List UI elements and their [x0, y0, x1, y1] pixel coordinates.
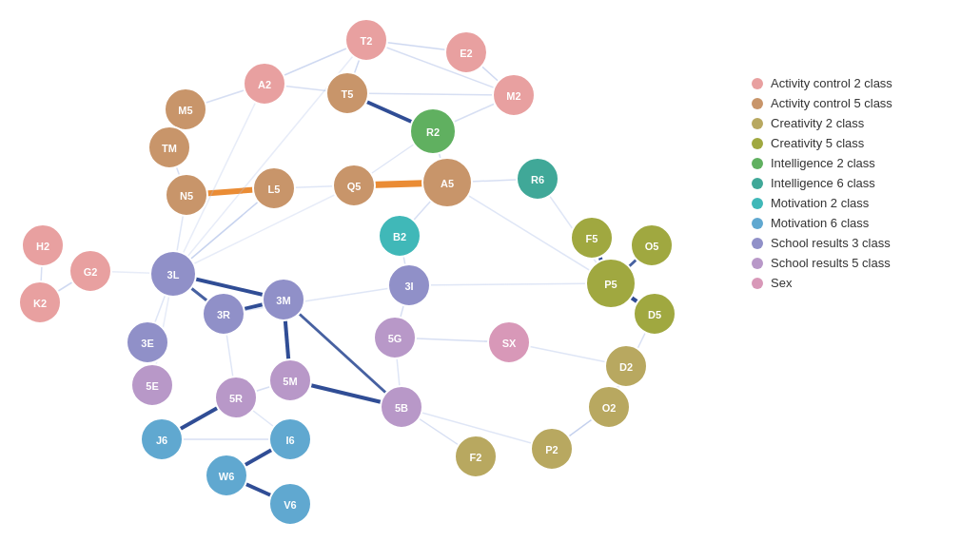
- graph-node[interactable]: D2: [605, 345, 647, 387]
- graph-node[interactable]: A2: [244, 63, 285, 105]
- node-label: Q5: [347, 181, 362, 192]
- node-label: G2: [84, 266, 98, 278]
- graph-node[interactable]: K2: [19, 281, 61, 323]
- graph-node[interactable]: T5: [326, 72, 368, 114]
- legend-item: School results 5 class: [752, 256, 970, 270]
- graph-node[interactable]: N5: [166, 174, 207, 216]
- graph-edge: [409, 283, 611, 285]
- node-label: E2: [460, 48, 472, 59]
- legend-item: Motivation 6 class: [752, 216, 970, 230]
- graph-node[interactable]: J6: [141, 418, 183, 460]
- graph-node[interactable]: L5: [253, 167, 295, 209]
- node-label: D5: [648, 309, 661, 320]
- node-label: T5: [342, 88, 354, 100]
- graph-node[interactable]: B2: [379, 215, 421, 257]
- node-label: L5: [268, 184, 281, 195]
- graph-node[interactable]: H2: [22, 224, 64, 266]
- node-label: 3R: [217, 309, 230, 320]
- legend-area: Activity control 2 classActivity control…: [752, 76, 970, 296]
- graph-node[interactable]: O5: [631, 224, 673, 266]
- node-label: O5: [645, 241, 659, 252]
- node-label: W6: [219, 471, 235, 482]
- node-label: I6: [285, 435, 294, 446]
- graph-node[interactable]: M2: [493, 74, 535, 116]
- graph-node[interactable]: P2: [531, 428, 573, 470]
- legend-color-dot: [752, 158, 763, 169]
- node-label: P2: [545, 444, 558, 455]
- graph-node[interactable]: V6: [269, 483, 311, 525]
- graph-node[interactable]: M5: [165, 88, 206, 130]
- graph-node[interactable]: R2: [410, 108, 456, 154]
- node-label: N5: [180, 190, 193, 202]
- graph-node[interactable]: SX: [488, 321, 530, 363]
- legend-item: School results 3 class: [752, 236, 970, 250]
- legend-color-dot: [752, 198, 763, 209]
- legend-label: Intelligence 6 class: [771, 176, 875, 190]
- node-label: 5G: [388, 333, 402, 344]
- node-label: SX: [502, 338, 517, 349]
- graph-area: T2E2A2M5T5M2TMR2N5L5Q5A5R6H2G2K2B23L3M3R…: [0, 0, 742, 542]
- graph-node[interactable]: 3R: [203, 293, 245, 335]
- graph-node[interactable]: 5R: [215, 377, 257, 418]
- graph-node[interactable]: 5G: [374, 317, 416, 358]
- graph-node[interactable]: 3I: [388, 264, 430, 306]
- legend-item: Creativity 2 class: [752, 116, 970, 130]
- legend-item: Creativity 5 class: [752, 136, 970, 150]
- graph-node[interactable]: 3M: [263, 279, 304, 320]
- legend-item: Activity control 5 class: [752, 96, 970, 110]
- legend-color-dot: [752, 78, 763, 89]
- graph-node[interactable]: G2: [69, 250, 111, 292]
- graph-node[interactable]: 5B: [381, 386, 422, 428]
- graph-node[interactable]: R6: [517, 158, 559, 200]
- legend-item: Intelligence 6 class: [752, 176, 970, 190]
- legend-color-dot: [752, 218, 763, 229]
- graph-node[interactable]: P5: [586, 259, 636, 308]
- legend-label: Sex: [771, 276, 792, 290]
- node-label: P5: [604, 279, 617, 290]
- legend-color-dot: [752, 138, 763, 149]
- legend-color-dot: [752, 118, 763, 129]
- graph-node[interactable]: F2: [455, 436, 497, 477]
- node-label: 5B: [395, 402, 408, 414]
- node-label: F5: [586, 233, 598, 244]
- node-label: A2: [258, 79, 271, 90]
- legend-item: Sex: [752, 276, 970, 290]
- legend-label: School results 3 class: [771, 236, 891, 250]
- node-label: V6: [284, 499, 296, 511]
- node-label: A5: [441, 178, 454, 189]
- graph-edge: [347, 93, 514, 95]
- legend-label: Motivation 6 class: [771, 216, 869, 230]
- graph-node[interactable]: W6: [206, 455, 247, 496]
- node-label: J6: [156, 435, 167, 446]
- graph-node[interactable]: D5: [634, 293, 676, 335]
- legend-color-dot: [752, 178, 763, 189]
- legend-label: Creativity 2 class: [771, 116, 864, 130]
- node-label: K2: [33, 298, 47, 309]
- legend-color-dot: [752, 238, 763, 249]
- legend-label: School results 5 class: [771, 256, 891, 270]
- legend-color-dot: [752, 98, 763, 109]
- node-label: 3L: [167, 269, 180, 281]
- graph-node[interactable]: E2: [445, 31, 487, 73]
- legend-item: Activity control 2 class: [752, 76, 970, 90]
- graph-node[interactable]: 3E: [127, 321, 168, 363]
- graph-node[interactable]: 3L: [150, 251, 196, 297]
- graph-node[interactable]: Q5: [333, 165, 375, 206]
- legend-label: Activity control 5 class: [771, 96, 892, 110]
- graph-edge: [224, 285, 409, 314]
- graph-node[interactable]: I6: [269, 418, 311, 460]
- graph-node[interactable]: T2: [345, 19, 387, 61]
- node-label: 3I: [404, 281, 413, 292]
- graph-node[interactable]: F5: [571, 217, 613, 259]
- graph-node[interactable]: 5M: [269, 359, 311, 401]
- graph-node[interactable]: O2: [588, 386, 630, 428]
- graph-node[interactable]: A5: [422, 158, 472, 207]
- node-label: D2: [619, 361, 633, 373]
- legend-item: Intelligence 2 class: [752, 156, 970, 170]
- graph-edge: [366, 40, 514, 95]
- graph-node[interactable]: TM: [148, 126, 190, 168]
- node-label: M2: [506, 90, 520, 102]
- node-label: R2: [426, 126, 440, 138]
- node-label: B2: [393, 231, 406, 242]
- graph-node[interactable]: 5E: [131, 364, 173, 406]
